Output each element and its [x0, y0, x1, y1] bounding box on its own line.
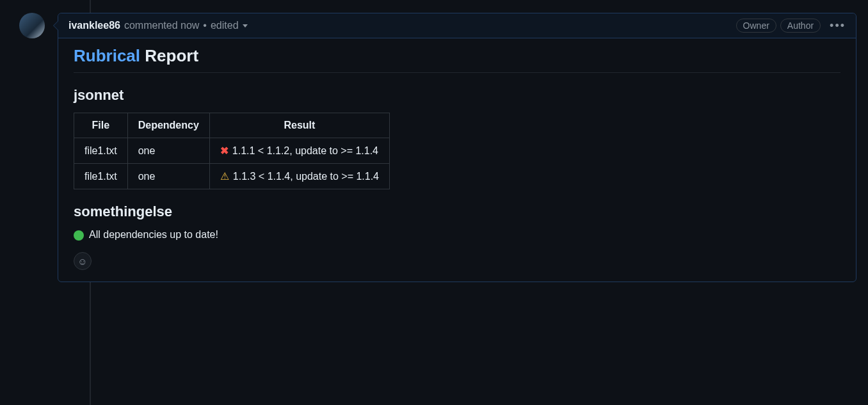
comment-header: ivanklee86 commented now • edited Owner … [58, 13, 856, 38]
chevron-down-icon[interactable] [243, 24, 248, 28]
cell-dependency: one [127, 164, 209, 189]
rubrical-link[interactable]: Rubrical [74, 46, 140, 65]
comment-box: ivanklee86 commented now • edited Owner … [58, 13, 856, 282]
author-badge: Author [780, 19, 821, 33]
green-circle-icon [74, 230, 84, 241]
cell-result: ⚠1.1.3 < 1.1.4, update to >= 1.1.4 [209, 164, 389, 189]
cell-file: file1.txt [74, 164, 128, 189]
edited-label[interactable]: edited [211, 20, 239, 31]
cell-file: file1.txt [74, 138, 128, 164]
x-icon: ✖ [220, 145, 229, 156]
comment-arrow [53, 20, 58, 31]
comment-timestamp[interactable]: now [181, 20, 199, 31]
kebab-menu-icon[interactable]: ••• [830, 19, 846, 33]
comment-author-link[interactable]: ivanklee86 [68, 20, 120, 31]
comment-body: Rubrical Report jsonnet File Dependency … [58, 38, 856, 282]
report-title: Rubrical Report [74, 46, 840, 73]
col-result: Result [209, 113, 389, 138]
section-jsonnet-title: jsonnet [74, 87, 840, 104]
owner-badge: Owner [736, 19, 776, 33]
warning-icon: ⚠ [220, 171, 229, 182]
table-row: file1.txt one ✖1.1.1 < 1.1.2, update to … [74, 138, 390, 164]
table-row: file1.txt one ⚠1.1.3 < 1.1.4, update to … [74, 164, 390, 189]
result-text: 1.1.1 < 1.1.2, update to >= 1.1.4 [232, 145, 378, 156]
col-dependency: Dependency [127, 113, 209, 138]
report-title-rest: Report [145, 46, 198, 65]
col-file: File [74, 113, 128, 138]
smiley-icon: ☺ [77, 256, 87, 267]
cell-result: ✖1.1.1 < 1.1.2, update to >= 1.1.4 [209, 138, 389, 164]
status-ok-text: All dependencies up to date! [89, 229, 218, 240]
comment-action: commented [124, 20, 178, 31]
dot-separator: • [203, 20, 207, 31]
dependency-table: File Dependency Result file1.txt one ✖1.… [74, 113, 390, 189]
table-header-row: File Dependency Result [74, 113, 390, 138]
avatar[interactable] [19, 13, 45, 38]
comment-container: ivanklee86 commented now • edited Owner … [0, 0, 868, 282]
result-text: 1.1.3 < 1.1.4, update to >= 1.1.4 [233, 171, 379, 182]
section-somethingelse-title: somethingelse [74, 203, 840, 220]
cell-dependency: one [127, 138, 209, 164]
add-reaction-button[interactable]: ☺ [74, 252, 92, 270]
status-ok-line: All dependencies up to date! [74, 229, 840, 241]
